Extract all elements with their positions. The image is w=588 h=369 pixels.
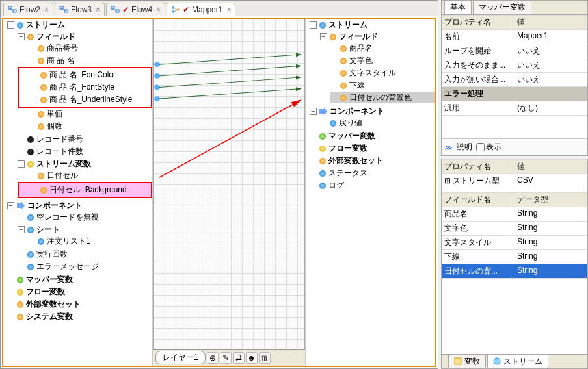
tree-label[interactable]: フロー変数: [26, 286, 65, 298]
tree-label[interactable]: 文字色: [349, 55, 373, 66]
stream-icon: [493, 357, 501, 365]
prop-value[interactable]: いいえ: [514, 44, 587, 58]
field-name[interactable]: 商品名: [442, 207, 514, 222]
svg-point-16: [154, 85, 160, 90]
close-icon[interactable]: ×: [44, 5, 49, 14]
toggle-icon[interactable]: −: [18, 33, 25, 40]
tree-label[interactable]: 実行回数: [36, 249, 68, 260]
tree-label[interactable]: ステータス: [328, 168, 368, 179]
close-icon[interactable]: ×: [226, 5, 231, 14]
fields-grid[interactable]: フィールド名 データ型 商品名String 文字色String 文字スタイルSt…: [442, 192, 587, 279]
highlight-box: 商 品 名_FontColor 商 品 名_FontStyle 商 品 名_Un…: [18, 67, 152, 108]
tree-label[interactable]: 日付セル: [47, 170, 78, 181]
tree-label[interactable]: 単価: [47, 108, 62, 120]
show-desc-checkbox[interactable]: [476, 143, 485, 151]
tree-label[interactable]: 外部変数セット: [26, 299, 81, 310]
prop-value[interactable]: Mapper1: [514, 30, 587, 44]
tool-pencil-icon[interactable]: ✎: [220, 352, 232, 364]
tree-label[interactable]: マッパー変数: [328, 131, 375, 142]
tree-label[interactable]: 個数: [47, 121, 62, 132]
toggle-icon[interactable]: −: [310, 21, 317, 29]
tree-label[interactable]: 商 品 名_UnderlineStyle: [49, 94, 132, 105]
field-icon: [38, 45, 44, 52]
tree-label[interactable]: 商 品 名_FontStyle: [49, 82, 114, 93]
svg-point-10: [172, 10, 174, 13]
tab-stream[interactable]: ストリーム: [487, 355, 548, 369]
tab-flow4[interactable]: ✔ Flow4 ×: [106, 3, 165, 16]
prop-value[interactable]: (なし): [514, 101, 587, 116]
tree-label[interactable]: 商品名: [349, 43, 373, 54]
tree-label[interactable]: 文字スタイル: [349, 68, 396, 79]
add-layer-button[interactable]: ⊕: [207, 352, 219, 364]
field-type: String: [514, 222, 587, 236]
field-name[interactable]: 日付セルの背...: [442, 264, 514, 279]
expand-icon[interactable]: ≫: [444, 143, 453, 152]
prop-value[interactable]: CSV: [514, 174, 587, 188]
tab-flow3[interactable]: Flow3 ×: [55, 3, 105, 16]
ext-var-icon: [17, 301, 23, 308]
field-icon: [340, 70, 347, 77]
prop-name: 入力をそのまま...: [442, 58, 514, 73]
tree-label[interactable]: エラーメッセージ: [36, 261, 99, 272]
toggle-icon[interactable]: −: [18, 226, 25, 233]
tree-label: ストリーム: [26, 19, 65, 31]
tree-label[interactable]: 戻り値: [339, 118, 362, 129]
field-type: String: [514, 207, 587, 222]
ret-icon: [330, 120, 336, 127]
tab-label: Mapper1: [192, 5, 222, 14]
toggle-icon[interactable]: −: [320, 33, 327, 40]
close-icon[interactable]: ×: [156, 5, 161, 14]
tree-label: フィールド: [339, 31, 378, 42]
tree-label[interactable]: 商 品 名: [47, 55, 75, 66]
field-icon: [38, 123, 44, 130]
tree-label[interactable]: 日付セル_Background: [49, 184, 127, 196]
stream-icon: [17, 22, 23, 29]
tree-label[interactable]: 商 品 名_FontColor: [49, 70, 116, 81]
field-name[interactable]: 下線: [442, 250, 514, 264]
tree-label[interactable]: レコード番号: [36, 134, 83, 145]
mapping-canvas[interactable]: [153, 19, 305, 349]
tree-label: コンポーネント: [330, 106, 384, 117]
tree-label[interactable]: 空レコードを無視: [36, 212, 99, 223]
tree-label[interactable]: システム変数: [26, 311, 73, 322]
tab-vars[interactable]: 変数: [448, 355, 486, 369]
property-grid-stream[interactable]: プロパティ名 値 ⊞ ストリーム型CSV: [442, 159, 587, 188]
tab-basic[interactable]: 基本: [444, 0, 472, 14]
tool-link-icon[interactable]: ⇄: [233, 352, 245, 364]
tab-label: Flow3: [71, 5, 92, 14]
tree-label[interactable]: ログ: [328, 180, 344, 191]
tree-label[interactable]: 下線: [349, 80, 365, 91]
tree-label[interactable]: マッパー変数: [26, 274, 73, 285]
destination-tree[interactable]: −ストリーム −フィールド 商品名 文字色 文字スタイル 下線 日付セルの背景色: [305, 19, 435, 366]
tree-label[interactable]: レコード件数: [36, 146, 83, 157]
toggle-icon[interactable]: −: [18, 160, 25, 168]
field-name[interactable]: 文字色: [442, 222, 514, 236]
tab-mapper1[interactable]: ✔ Mapper1 ×: [167, 3, 235, 16]
tab-mapper-var[interactable]: マッパー変数: [473, 0, 531, 14]
layer-tab[interactable]: レイヤー1: [155, 351, 206, 364]
prop-name: ループを開始: [442, 44, 514, 58]
tree-label[interactable]: 注文リスト1: [47, 236, 90, 247]
field-name[interactable]: 文字スタイル: [442, 236, 514, 250]
mapper-icon: [171, 6, 180, 14]
toggle-icon[interactable]: −: [7, 202, 14, 209]
log-icon: [319, 183, 326, 189]
sheet-icon: [27, 227, 34, 233]
tree-label[interactable]: 商品番号: [47, 43, 78, 54]
tree-label[interactable]: 日付セルの背景色: [349, 92, 412, 103]
prop-value[interactable]: いいえ: [514, 58, 587, 73]
tool-face-icon[interactable]: ☻: [246, 352, 258, 364]
tool-trash-icon[interactable]: 🗑: [259, 352, 271, 364]
field-type: String: [514, 250, 587, 264]
prop-value[interactable]: いいえ: [514, 73, 587, 87]
close-icon[interactable]: ×: [96, 5, 100, 14]
tree-label[interactable]: フロー変数: [328, 143, 368, 154]
property-grid-top[interactable]: プロパティ名 値 名前Mapper1 ループを開始いいえ 入力をそのまま...い…: [442, 15, 587, 116]
tree-label[interactable]: 外部変数セット: [328, 155, 383, 166]
svg-line-22: [159, 100, 301, 177]
field-type: String: [514, 236, 587, 250]
toggle-icon[interactable]: −: [310, 108, 317, 115]
toggle-icon[interactable]: −: [7, 21, 14, 29]
source-tree[interactable]: −ストリーム −フィールド 商品番号 商 品 名 商 品 名_FontColor: [3, 19, 153, 366]
tab-flow2[interactable]: Flow2 ×: [3, 3, 53, 16]
